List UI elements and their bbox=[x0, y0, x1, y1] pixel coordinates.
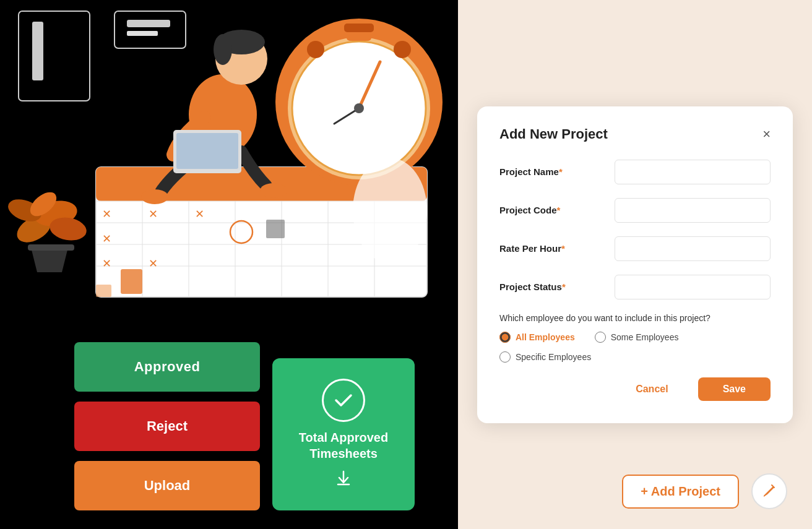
required-star-rate: * bbox=[561, 243, 565, 254]
total-approved-text: Total ApprovedTimesheets bbox=[299, 429, 388, 462]
radio-some-employees[interactable]: Some Employees bbox=[595, 332, 679, 343]
illustration-area: ✕ ✕ ✕ ✕ ✕ ✕ bbox=[0, 0, 458, 529]
svg-marker-10 bbox=[31, 247, 68, 272]
svg-text:✕: ✕ bbox=[102, 208, 111, 220]
rate-per-hour-label: Rate Per Hour* bbox=[499, 243, 605, 254]
svg-point-43 bbox=[354, 103, 364, 113]
bottom-right-actions: + Add Project bbox=[622, 473, 787, 509]
add-project-button[interactable]: + Add Project bbox=[622, 475, 739, 509]
add-project-modal: Add New Project × Project Name* Project … bbox=[477, 106, 793, 423]
svg-point-48 bbox=[141, 189, 168, 204]
save-button[interactable]: Save bbox=[698, 377, 771, 401]
radio-some-label: Some Employees bbox=[611, 332, 679, 342]
svg-point-39 bbox=[307, 41, 324, 58]
project-status-label: Project Status* bbox=[499, 282, 605, 292]
radio-all-label: All Employees bbox=[516, 332, 575, 342]
download-icon bbox=[335, 469, 352, 491]
project-code-row: Project Code* bbox=[499, 198, 771, 223]
svg-text:✕: ✕ bbox=[149, 257, 158, 270]
upload-button[interactable]: Upload bbox=[74, 461, 260, 510]
edit-round-button[interactable] bbox=[751, 473, 787, 509]
svg-point-47 bbox=[214, 34, 232, 65]
rate-per-hour-row: Rate Per Hour* bbox=[499, 236, 771, 261]
modal-header: Add New Project × bbox=[499, 126, 771, 142]
required-star-status: * bbox=[562, 282, 566, 292]
employee-question: Which employee do you want to include in… bbox=[499, 313, 771, 323]
svg-text:✕: ✕ bbox=[102, 233, 111, 245]
right-panel: Add New Project × Project Name* Project … bbox=[458, 0, 812, 529]
svg-rect-2 bbox=[114, 11, 186, 48]
project-name-label: Project Name* bbox=[499, 166, 605, 177]
svg-rect-4 bbox=[127, 31, 158, 36]
project-name-input[interactable] bbox=[615, 160, 771, 184]
project-code-label: Project Code* bbox=[499, 205, 605, 215]
project-code-input[interactable] bbox=[615, 198, 771, 223]
total-approved-card: Total ApprovedTimesheets bbox=[272, 358, 415, 510]
close-button[interactable]: × bbox=[762, 127, 771, 141]
reject-button[interactable]: Reject bbox=[74, 402, 260, 451]
svg-text:✕: ✕ bbox=[102, 257, 111, 270]
radio-all-employees[interactable]: All Employees bbox=[499, 332, 575, 343]
svg-text:✕: ✕ bbox=[149, 208, 158, 220]
approved-button[interactable]: Approved bbox=[74, 342, 260, 392]
illustration: ✕ ✕ ✕ ✕ ✕ ✕ bbox=[0, 0, 452, 303]
required-star-name: * bbox=[559, 166, 563, 177]
svg-text:✕: ✕ bbox=[195, 208, 204, 220]
project-status-input[interactable] bbox=[615, 275, 771, 299]
svg-rect-3 bbox=[127, 20, 170, 27]
radio-some-input[interactable] bbox=[595, 332, 606, 343]
svg-point-40 bbox=[394, 41, 411, 58]
bottom-buttons: Approved Reject Upload Total ApprovedTim… bbox=[74, 342, 415, 510]
svg-rect-1 bbox=[32, 22, 43, 80]
modal-title: Add New Project bbox=[499, 126, 608, 142]
radio-specific-employees[interactable]: Specific Employees bbox=[499, 351, 591, 363]
edit-icon bbox=[761, 483, 777, 499]
modal-footer: Cancel Save bbox=[499, 377, 771, 401]
svg-rect-11 bbox=[28, 244, 74, 251]
svg-rect-51 bbox=[176, 133, 238, 169]
radio-specific-label: Specific Employees bbox=[516, 352, 591, 362]
employee-section: Which employee do you want to include in… bbox=[499, 313, 771, 363]
svg-rect-33 bbox=[96, 285, 111, 297]
svg-rect-38 bbox=[344, 24, 374, 32]
svg-rect-0 bbox=[19, 11, 90, 101]
required-star-code: * bbox=[557, 205, 561, 215]
project-status-row: Project Status* bbox=[499, 275, 771, 299]
radio-all-input[interactable] bbox=[499, 332, 511, 343]
project-name-row: Project Name* bbox=[499, 160, 771, 184]
rate-per-hour-input[interactable] bbox=[615, 236, 771, 261]
svg-rect-31 bbox=[266, 220, 285, 238]
radio-specific-input[interactable] bbox=[499, 351, 511, 363]
checkmark-circle bbox=[322, 379, 365, 422]
radio-group: All Employees Some Employees Specific Em… bbox=[499, 332, 771, 363]
svg-point-49 bbox=[260, 183, 287, 198]
svg-rect-32 bbox=[121, 269, 142, 294]
svg-point-52 bbox=[353, 158, 427, 263]
cancel-button[interactable]: Cancel bbox=[618, 377, 685, 401]
